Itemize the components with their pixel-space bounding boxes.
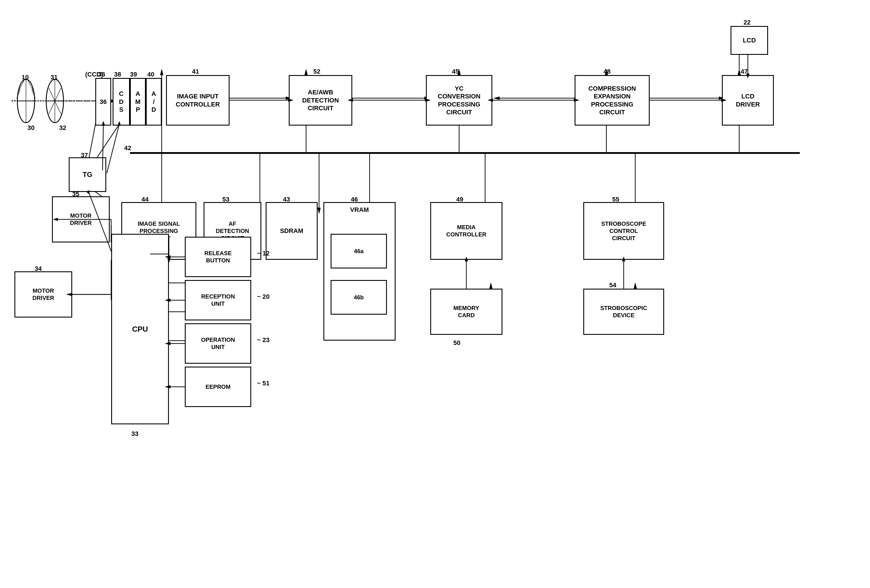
memory-card-box: MEMORYCARD: [430, 289, 502, 335]
svg-marker-52: [489, 283, 492, 289]
operation-unit-box: OPERATIONUNIT: [185, 323, 251, 364]
vram-46a-box: 46a: [331, 234, 387, 268]
svg-marker-6: [317, 208, 320, 214]
block-diagram: 10 31 30 32 36 (CCD) 36 CDS 38 AMP A/D 4…: [0, 0, 870, 588]
ae-awb-number: 52: [313, 68, 320, 75]
ad-box: A/D: [146, 78, 162, 125]
cds-number: 38: [114, 71, 121, 78]
media-controller-box: MEDIACONTROLLER: [430, 202, 502, 260]
lcd-box: LCD: [730, 26, 768, 55]
bus-bar: [130, 152, 800, 154]
svg-marker-58: [494, 97, 499, 100]
motor-driver-34-box: MOTORDRIVER: [15, 271, 72, 317]
num-30: 30: [27, 124, 34, 132]
lens31-label: 31: [51, 74, 57, 81]
strobe-control-number: 55: [612, 196, 619, 203]
svg-line-68: [18, 79, 25, 92]
operation-number: ~ 23: [257, 336, 270, 344]
sdram-box: SDRAM: [266, 202, 317, 260]
image-input-number: 41: [192, 68, 199, 75]
eeprom-box: EEPROM: [185, 366, 251, 407]
compression-box: COMPRESSIONEXPANSIONPROCESSINGCIRCUIT: [575, 75, 650, 125]
reception-unit-box: RECEPTIONUNIT: [185, 280, 251, 320]
ad-number: 40: [147, 71, 154, 78]
ccd-number: 36: [98, 71, 105, 78]
release-button-box: RELEASEBUTTON: [185, 237, 251, 277]
svg-marker-22: [305, 69, 307, 75]
af-detection-number: 53: [222, 196, 229, 203]
svg-line-77: [107, 124, 119, 173]
yc-conv-number: 45: [452, 68, 459, 75]
svg-marker-14: [738, 69, 740, 75]
tg-number: 37: [81, 152, 88, 159]
num39: 39: [130, 71, 137, 78]
motor-driver-35-box: MOTORDRIVER: [52, 196, 110, 243]
lcd-number: 22: [743, 19, 751, 26]
bus-label: 42: [124, 144, 131, 152]
cpu-box: CPU: [111, 234, 169, 424]
ae-awb-box: AE/AWBDETECTIONCIRCUIT: [289, 75, 352, 125]
image-input-box: IMAGE INPUTCONTROLLER: [166, 75, 229, 125]
svg-line-70: [27, 79, 34, 92]
compression-number: 48: [603, 68, 611, 75]
amp-box: AMP: [130, 78, 146, 125]
reception-number: ~ 20: [257, 293, 270, 301]
eeprom-number: ~ 51: [257, 380, 270, 387]
lens10-label: 10: [22, 74, 28, 81]
image-signal-number: 44: [142, 196, 148, 203]
motor-driver-34-number: 34: [35, 265, 42, 272]
num-32: 32: [59, 124, 66, 132]
vram-number: 46: [351, 196, 358, 203]
strobe-device-number: 54: [609, 281, 616, 289]
lcd-driver-number: 47: [740, 68, 748, 75]
yc-conv-box: YCCONVERSIONPROCESSINGCIRCUIT: [426, 75, 492, 125]
svg-marker-24: [160, 69, 163, 75]
vram-outer-box: VRAM: [323, 202, 396, 341]
lcd-driver-box: LCDDRIVER: [722, 75, 774, 125]
optical-axis: [12, 100, 98, 101]
cds-box: CDS: [113, 78, 130, 125]
motor-driver-35-number: 35: [72, 191, 79, 198]
strobe-control-box: STROBOSCOPECONTROLCIRCUIT: [583, 202, 664, 260]
vram-46b-box: 46b: [331, 280, 387, 315]
release-number: ~ 12: [257, 250, 270, 257]
sdram-number: 43: [283, 196, 290, 203]
ccd-box: 36: [95, 78, 111, 125]
media-controller-number: 49: [456, 196, 463, 203]
memory-card-number: 50: [453, 339, 460, 347]
strobe-device-box: STROBOSCOPICDEVICE: [583, 289, 664, 335]
tg-box: TG: [69, 157, 106, 192]
cpu-number: 33: [131, 430, 138, 438]
svg-marker-54: [634, 283, 637, 289]
